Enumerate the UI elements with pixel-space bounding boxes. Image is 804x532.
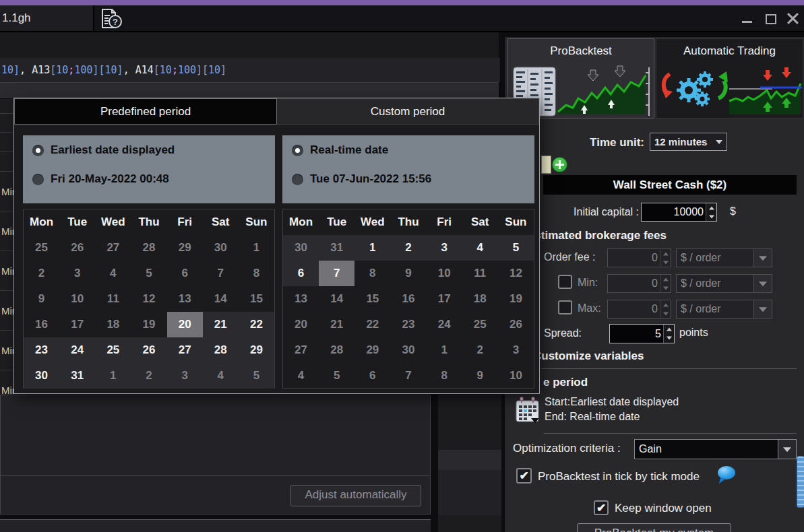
minimize-icon[interactable] (741, 12, 754, 26)
code-editor-line[interactable]: 10], A13[10;100][10], A14[10;100][10] (0, 58, 500, 82)
calendar-day[interactable]: 14 (319, 286, 354, 312)
calendar-day[interactable]: 4 (95, 261, 131, 286)
initial-capital-stepper[interactable] (706, 203, 716, 221)
radio-end-date[interactable]: Tue 07-Jun-2022 15:56 (292, 172, 431, 186)
calendar-day[interactable]: 27 (283, 337, 319, 363)
calendar-day[interactable]: 6 (354, 363, 390, 389)
calendar-day[interactable]: 8 (354, 261, 390, 286)
calendar-day[interactable]: 4 (283, 363, 319, 389)
calendar-day[interactable]: 30 (24, 363, 59, 389)
calendar-day[interactable]: 27 (95, 235, 131, 261)
tick-mode-checkbox[interactable] (516, 468, 532, 484)
calendar-day[interactable]: 22 (354, 312, 390, 337)
calendar-day[interactable]: 10 (498, 363, 534, 389)
calendar-day[interactable]: 12 (131, 286, 166, 312)
calendar-day[interactable]: 26 (59, 235, 95, 261)
tab-custom-period[interactable]: Custom period (277, 98, 539, 125)
calendar-day[interactable]: 23 (390, 312, 426, 337)
calendar-day[interactable]: 11 (462, 261, 498, 286)
time-unit-dropdown[interactable]: 12 minutes (650, 133, 727, 151)
calendar-day[interactable]: 20 (167, 312, 203, 337)
calendar-day[interactable]: 12 (498, 261, 534, 286)
calendar-day[interactable]: 21 (203, 312, 239, 337)
calendar-day[interactable]: 9 (462, 363, 498, 389)
close-icon[interactable] (786, 12, 800, 26)
calendar-day[interactable]: 11 (95, 286, 131, 312)
calendar-day[interactable]: 15 (239, 286, 274, 312)
calendar-day[interactable]: 19 (498, 286, 534, 312)
calendar-day[interactable]: 6 (167, 261, 203, 286)
calendar-day[interactable]: 1 (354, 235, 390, 261)
calendar-day[interactable]: 27 (167, 337, 203, 363)
calendar-day[interactable]: 5 (239, 363, 274, 389)
calendar-day[interactable]: 30 (390, 337, 426, 363)
calendar-day[interactable]: 7 (319, 261, 354, 286)
calendar-day[interactable]: 14 (203, 286, 239, 312)
calendar-day[interactable]: 16 (390, 286, 426, 312)
calendar-day[interactable]: 6 (283, 261, 319, 286)
calendar-day[interactable]: 30 (203, 235, 239, 261)
help-document-icon[interactable]: ? (100, 8, 123, 32)
calendar-day[interactable]: 24 (59, 337, 95, 363)
calendar-day[interactable]: 2 (462, 337, 498, 363)
calendar-day[interactable]: 3 (59, 261, 95, 286)
calendar-day[interactable]: 10 (427, 261, 462, 286)
calendar-day[interactable]: 28 (203, 337, 239, 363)
calendar-day[interactable]: 2 (24, 261, 59, 286)
calendar-day[interactable]: 5 (498, 235, 534, 261)
tab-predefined-period[interactable]: Predefined period (14, 98, 277, 125)
calendar-day[interactable]: 1 (427, 337, 462, 363)
calendar-day[interactable]: 25 (95, 337, 131, 363)
calendar-day[interactable]: 23 (24, 337, 59, 363)
calendar-day[interactable]: 3 (167, 363, 203, 389)
calendar-day[interactable]: 29 (239, 337, 274, 363)
customize-variables-heading[interactable]: Customize variables (533, 350, 644, 363)
calendar-day[interactable]: 26 (498, 312, 534, 337)
calendar-day[interactable]: 17 (427, 286, 462, 312)
calendar-day[interactable]: 24 (427, 312, 462, 337)
tab-automatic-trading[interactable]: Automatic Trading (656, 38, 803, 119)
calendar-day[interactable]: 5 (319, 363, 354, 389)
calendar-day[interactable]: 7 (203, 261, 239, 286)
calendar-day[interactable]: 10 (59, 286, 95, 312)
initial-capital-field[interactable]: 10000 (641, 203, 717, 222)
calendar-day[interactable]: 15 (354, 286, 390, 312)
optimization-criteria-select[interactable]: Gain (634, 439, 797, 459)
calendar-day[interactable]: 9 (390, 261, 426, 286)
info-bubble-icon[interactable] (716, 465, 737, 487)
instrument-tab[interactable] (541, 156, 551, 174)
calendar-day[interactable]: 28 (319, 337, 354, 363)
calendar-day[interactable]: 1 (239, 235, 274, 261)
radio-earliest-date[interactable]: Earliest date displayed (32, 143, 175, 157)
calendar-day[interactable]: 2 (390, 235, 426, 261)
calendar-day[interactable]: 13 (283, 286, 319, 312)
calendar-day[interactable]: 7 (390, 363, 426, 389)
min-checkbox[interactable] (558, 275, 572, 289)
radio-realtime-date[interactable]: Real-time date (292, 143, 388, 157)
keep-window-checkbox[interactable] (594, 500, 609, 515)
period-calendar-icon[interactable] (515, 397, 540, 426)
calendar-day[interactable]: 4 (462, 235, 498, 261)
calendar-day[interactable]: 25 (462, 312, 498, 337)
calendar-day[interactable]: 19 (131, 312, 166, 337)
calendar-day[interactable]: 2 (131, 363, 166, 389)
calendar-day[interactable]: 28 (131, 235, 166, 261)
calendar-day[interactable]: 3 (498, 337, 534, 363)
calendar-day[interactable]: 13 (167, 286, 203, 312)
calendar-day[interactable]: 8 (239, 261, 274, 286)
calendar-day[interactable]: 20 (283, 312, 319, 337)
spread-field[interactable]: 5 (609, 324, 675, 343)
calendar-day[interactable]: 31 (59, 363, 95, 389)
calendar-day[interactable]: 4 (203, 363, 239, 389)
calendar-day[interactable]: 3 (427, 235, 462, 261)
add-instrument-button[interactable] (552, 157, 567, 172)
calendar-day[interactable]: 5 (131, 261, 166, 286)
calendar-day[interactable]: 25 (24, 235, 59, 261)
calendar-day[interactable]: 21 (319, 312, 354, 337)
calendar-day[interactable]: 8 (427, 363, 462, 389)
spread-stepper[interactable] (663, 325, 674, 343)
calendar-day[interactable]: 18 (95, 312, 131, 337)
document-tab[interactable]: 1.1gh (0, 5, 94, 31)
calendar-day[interactable]: 22 (239, 312, 274, 337)
calendar-day[interactable]: 30 (283, 235, 319, 261)
